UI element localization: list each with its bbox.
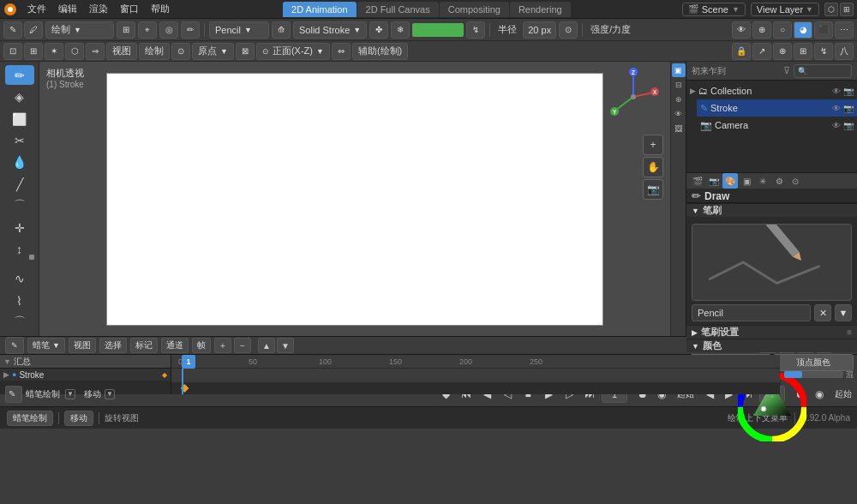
output-btn[interactable]: ⬡ ⊞	[824, 3, 854, 16]
tool-transform[interactable]: ✛	[5, 218, 34, 237]
mix-slider[interactable]	[784, 371, 843, 378]
stroke-type-selector[interactable]: Solid Stroke ▼	[293, 21, 367, 39]
menu-window[interactable]: 窗口	[115, 1, 144, 17]
stroke-vis-icon[interactable]: 👁	[832, 104, 841, 113]
overlay-toggle[interactable]: 👁	[732, 21, 751, 39]
ri-image[interactable]: 🖼	[672, 122, 686, 135]
brush-selector[interactable]: Pencil ▼	[209, 21, 269, 39]
tool-status-btn[interactable]: 移动	[64, 411, 93, 426]
lock-btn[interactable]: 🔒	[732, 43, 751, 60]
pi-shader[interactable]: ⊙	[788, 173, 803, 189]
collection-render-icon[interactable]: 📷	[843, 87, 854, 96]
workspace-2d-animation[interactable]: 2D Animation	[283, 2, 356, 17]
workspace-compositing[interactable]: Compositing	[440, 2, 509, 17]
tool-curve2[interactable]: ⌇	[5, 291, 34, 310]
tool-eraser[interactable]: ⬜	[5, 109, 34, 129]
radius-value[interactable]: 20 px	[523, 21, 556, 39]
view-layer-selector[interactable]: View Layer ▼	[751, 3, 819, 16]
scene-selector[interactable]: 🎬 Scene ▼	[682, 3, 746, 16]
tool-menu-btn[interactable]: ▼	[105, 389, 115, 399]
extra-btn2[interactable]: ⊕	[773, 43, 792, 60]
tl-remove-btn[interactable]: −	[234, 338, 251, 353]
pi-modifier[interactable]: ⚙	[771, 173, 787, 189]
mode-select-icons[interactable]: ✎ 🖊	[3, 21, 43, 39]
extra-btn4[interactable]: ↯	[814, 43, 833, 60]
radius-icon[interactable]: ⊙	[559, 21, 578, 39]
mode-dropdown[interactable]: 绘制 ▼	[45, 21, 114, 39]
tl-channel-menu[interactable]: 通道	[161, 338, 189, 353]
camera-render-icon[interactable]: 📷	[843, 121, 854, 130]
tree-row-collection[interactable]: ▶ 🗂 Collection 👁 📷	[686, 82, 857, 99]
stroke-render-icon[interactable]: 📷	[843, 104, 854, 113]
tree-row-stroke[interactable]: ✎ Stroke 👁 📷	[697, 99, 857, 117]
stroke-icon[interactable]: ⟰	[272, 21, 291, 39]
proportional-toggle[interactable]: ◎	[159, 21, 178, 39]
select-mode4[interactable]: ⬡	[65, 43, 84, 60]
blender-logo[interactable]	[3, 3, 17, 16]
viewport[interactable]: 相机透视 (1) Stroke Z Y X	[39, 62, 670, 336]
tool-fill[interactable]: ◈	[5, 87, 34, 106]
snap-toggle[interactable]: ⌖	[138, 21, 157, 39]
origin-selector[interactable]: 原点 ▼	[192, 43, 234, 60]
mode-menu-btn[interactable]: ▼	[65, 389, 75, 399]
mode-status-btn[interactable]: 蜡笔绘制	[7, 411, 53, 426]
pi-scene[interactable]: 🎬	[690, 173, 705, 189]
menu-render[interactable]: 渲染	[84, 1, 113, 17]
snap-btn[interactable]: ⊠	[236, 43, 255, 60]
outliner-search[interactable]: 🔍	[794, 64, 853, 78]
menu-file[interactable]: 文件	[22, 1, 51, 17]
tree-row-camera[interactable]: 📷 Camera 👁 📷	[697, 117, 857, 134]
tl-marker-menu[interactable]: 标记	[130, 338, 158, 353]
track-label-summary[interactable]: ▼ 汇总	[0, 355, 171, 369]
menu-edit[interactable]: 编辑	[53, 1, 82, 17]
extra-btn3[interactable]: ⊞	[794, 43, 812, 60]
ri-gizmo[interactable]: ⊕	[672, 93, 686, 106]
brush-settings-menu-icon[interactable]: ≡	[847, 327, 852, 337]
select-mode2[interactable]: ⊞	[24, 43, 43, 60]
tool-polyline[interactable]: ⌒	[5, 196, 34, 216]
brush-remove-btn[interactable]: ✕	[814, 304, 831, 321]
ri-toolbar[interactable]: ▣	[672, 63, 686, 77]
viewport-shading3[interactable]: ⬛	[814, 21, 833, 39]
mode-icon2[interactable]: 🖊	[24, 21, 43, 39]
camera-vis-icon[interactable]: 👁	[832, 121, 841, 130]
ri-sidebar[interactable]: ⊟	[672, 78, 686, 92]
tool-draw[interactable]: ✏	[5, 65, 34, 85]
menu-help[interactable]: 帮助	[146, 1, 175, 17]
tool-curve1[interactable]: ∿	[5, 269, 34, 289]
tool-line[interactable]: ╱	[5, 174, 34, 194]
grid-toggle[interactable]: ⊞	[117, 21, 135, 39]
mode-icon1[interactable]: ✎	[3, 21, 22, 39]
extra-btn5[interactable]: 八	[835, 43, 854, 60]
tool-curve3[interactable]: ⌒	[5, 313, 34, 333]
brush-menu-btn[interactable]: ▼	[835, 304, 852, 321]
track-content[interactable]: 0 50 100 150 200 250 1	[171, 355, 780, 394]
outliner-filter[interactable]: ⊽	[783, 65, 790, 76]
tool-cutter[interactable]: ✂	[5, 130, 34, 150]
tool-eyedrop[interactable]: 💧	[5, 153, 34, 172]
annotate-btn[interactable]: ✏	[181, 21, 200, 39]
viewport-shading1[interactable]: ○	[773, 21, 792, 39]
stroke-tool1[interactable]: ✤	[369, 21, 388, 39]
pi-particles[interactable]: ✳	[755, 173, 770, 189]
origin-icon[interactable]: ⊙	[171, 43, 190, 60]
viewport-shading2[interactable]: ◕	[794, 21, 812, 39]
tl-down-btn[interactable]: ▼	[277, 338, 294, 353]
ri-overlay[interactable]: 👁	[672, 107, 686, 121]
mode-icon-btn[interactable]: ✎	[5, 386, 22, 403]
workspace-rendering[interactable]: Rendering	[510, 2, 571, 17]
transform-mode[interactable]: ⇒	[86, 43, 105, 60]
nav-zoom-in[interactable]: +	[643, 135, 663, 155]
brush-settings-toggle[interactable]: ▶ 笔刷设置 ≡	[686, 325, 857, 339]
brush-section-toggle[interactable]: ▼ 笔刷	[686, 203, 857, 217]
axis-gizmo[interactable]: Z Y X	[603, 67, 663, 127]
gizmo-toggle[interactable]: ⊕	[752, 21, 771, 39]
select-mode3[interactable]: ✶	[45, 43, 63, 60]
extra-btn1[interactable]: ↗	[752, 43, 771, 60]
nav-hand[interactable]: ✋	[643, 157, 663, 177]
orientation-selector[interactable]: ⊙ 正面(X-Z) ▼	[256, 43, 330, 60]
viewport-extra[interactable]: ⋯	[835, 21, 854, 39]
vertex-color-btn[interactable]: 顶点颜色	[773, 354, 854, 371]
select-mode1[interactable]: ⊡	[3, 43, 22, 60]
pi-view[interactable]: 🎨	[722, 173, 738, 189]
